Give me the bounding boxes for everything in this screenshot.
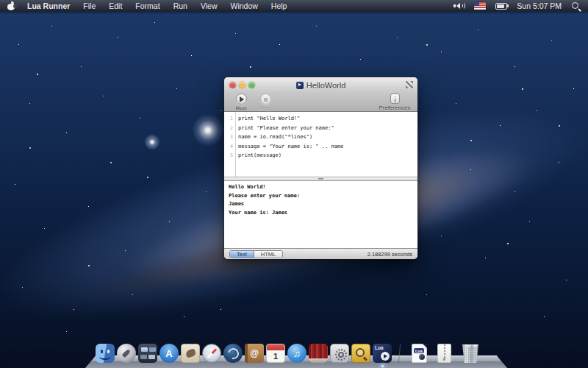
battery-icon[interactable] (495, 3, 507, 10)
run-button-label: Run (236, 105, 247, 112)
tab-text[interactable]: Text (230, 251, 254, 258)
code-line: 5 print(message) (224, 151, 417, 160)
spotlight-icon[interactable] (571, 1, 581, 11)
stop-button[interactable]: Stop (254, 93, 276, 112)
code-line: 2 print "Please enter your name:" (224, 124, 417, 133)
dock-calendar-icon[interactable]: 1 (266, 344, 285, 363)
dock-lua-document-icon[interactable]: Lua (412, 344, 427, 363)
dock-mission-control-icon[interactable] (138, 344, 157, 363)
dock-separator (398, 344, 401, 363)
tab-html[interactable]: HTML (254, 251, 282, 258)
title-bar[interactable]: HelloWorld (224, 77, 417, 93)
menu-bar: Lua Runner File Edit Format Run View Win… (0, 0, 588, 12)
output-mode-segmented-control: Text HTML (229, 250, 283, 258)
output-line: Hello World! (229, 184, 417, 193)
line-number: 3 (224, 134, 233, 140)
dock-mail-icon[interactable] (181, 344, 200, 363)
dock: A @ 1 ♫ Lua Lua (96, 344, 479, 363)
menu-edit[interactable]: Edit (102, 0, 129, 12)
code-line: 1 print "Hello World!" (224, 114, 417, 124)
dock-zip-archive-icon[interactable] (437, 344, 451, 363)
dock-photo-booth-icon[interactable] (309, 344, 328, 363)
preferences-button-label: Preferences (379, 105, 410, 111)
toolbar: Run Stop Preferences (224, 93, 417, 112)
apple-menu[interactable] (0, 1, 21, 11)
app-window-helloworld: HelloWorld Run Stop Preferences 1 print … (224, 77, 417, 259)
itunes-note-glyph: ♫ (293, 348, 301, 359)
document-proxy-icon[interactable] (296, 82, 304, 89)
lua-runner-label: Lua (375, 345, 384, 350)
menu-format[interactable]: Format (129, 0, 166, 12)
dock-file-search-icon[interactable] (351, 344, 370, 363)
code-editor[interactable]: 1 print "Hello World!" 2 print "Please e… (224, 112, 417, 177)
lua-runner-play-badge (381, 352, 390, 361)
dock-system-preferences-icon[interactable] (330, 344, 349, 363)
menu-app-name[interactable]: Lua Runner (21, 0, 76, 12)
dock-time-machine-icon[interactable] (223, 344, 243, 363)
minimize-button[interactable] (239, 82, 245, 88)
line-number: 5 (224, 152, 233, 158)
stop-button-label: Stop (259, 105, 271, 112)
dock-lua-runner-icon[interactable]: Lua (373, 344, 392, 363)
dock-documents-section: Lua (412, 344, 479, 363)
line-number: 2 (224, 125, 233, 131)
preferences-button[interactable]: Preferences (378, 93, 412, 111)
dock-finder-icon[interactable] (96, 344, 115, 363)
run-button[interactable]: Run (230, 93, 252, 112)
volume-icon[interactable] (453, 1, 465, 10)
output-line: Please enter your name: (229, 193, 417, 202)
preferences-icon (390, 93, 400, 104)
window-title: HelloWorld (306, 81, 346, 90)
dock-app-store-icon[interactable]: A (159, 344, 179, 363)
input-language-flag-icon[interactable] (474, 2, 486, 10)
line-number: 4 (224, 144, 233, 149)
dock-itunes-icon[interactable]: ♫ (287, 344, 306, 363)
status-bar: Text HTML 2.188299 seconds (224, 248, 417, 259)
line-number: 1 (224, 116, 233, 121)
window-title-wrap: HelloWorld (296, 81, 346, 90)
menu-run[interactable]: Run (167, 0, 194, 12)
menu-view[interactable]: View (194, 0, 224, 12)
elapsed-time: 2.188299 seconds (368, 251, 412, 258)
output-pane[interactable]: Hello World! Please enter your name: Jam… (224, 181, 417, 248)
output-line: Your name is: James (229, 210, 417, 219)
app-store-letter: A (165, 348, 172, 359)
running-indicator (381, 365, 384, 367)
play-icon (236, 93, 247, 105)
code-text: name = io.read("*lines") (233, 134, 312, 140)
menu-file[interactable]: File (76, 0, 102, 12)
dock-contacts-icon[interactable]: @ (245, 344, 264, 363)
window-controls (229, 82, 258, 88)
code-text: print(message) (233, 152, 282, 158)
code-line: 4 message = "Your name is: " .. name (224, 142, 417, 152)
resize-icon[interactable] (406, 81, 413, 88)
code-line: 3 name = io.read("*lines") (224, 132, 417, 142)
lua-document-badge: Lua (414, 348, 424, 353)
close-button[interactable] (229, 82, 236, 88)
menu-help[interactable]: Help (265, 0, 294, 12)
menu-window[interactable]: Window (223, 0, 264, 12)
dock-launchpad-icon[interactable] (117, 344, 136, 363)
zoom-button[interactable] (248, 82, 255, 88)
pane-splitter[interactable] (224, 177, 417, 181)
menu-bar-clock[interactable]: Sun 5:07 PM (517, 1, 562, 10)
menu-bar-status-area: Sun 5:07 PM (453, 1, 588, 11)
output-line: James (229, 201, 417, 210)
calendar-day: 1 (267, 351, 284, 362)
code-text: print "Please enter your name:" (233, 125, 334, 131)
contacts-at-glyph: @ (250, 348, 259, 358)
stop-icon (260, 93, 271, 105)
code-text: message = "Your name is: " .. name (233, 144, 343, 149)
code-text: print "Hello World!" (233, 116, 300, 121)
dock-trash-icon[interactable] (462, 344, 479, 363)
dock-safari-icon[interactable] (202, 344, 221, 363)
apple-logo-icon (7, 1, 15, 11)
